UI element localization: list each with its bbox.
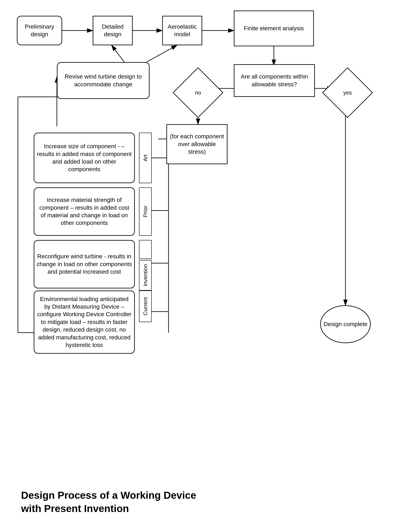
aeroelastic-model-box: Aeroelastic model <box>162 16 202 45</box>
title-line1: Design Process of a Working Device <box>21 489 196 502</box>
title-section: Design Process of a Working Device with … <box>21 489 196 515</box>
current-label: Current <box>139 291 152 322</box>
for-each-component-box: (for each component over allowable stres… <box>167 124 227 164</box>
art-label: Art <box>139 133 152 183</box>
increase-material-box: Increase material strength of component … <box>34 187 135 236</box>
increase-size-box: Increase size of component - – results i… <box>34 133 135 183</box>
title-line2: with Present Invention <box>21 502 196 515</box>
invention-label: Invention <box>139 260 152 291</box>
environmental-box: Environmental loading anticipated by Dis… <box>34 291 135 354</box>
preliminary-design-box: Preliminary design <box>17 16 62 45</box>
design-complete-oval: Design complete <box>320 305 371 343</box>
diagram-container: Preliminary design Detailed design Aeroe… <box>0 0 404 442</box>
svg-line-20 <box>112 45 124 62</box>
prior-label: Prior <box>139 187 152 236</box>
yes-diamond: yes <box>327 72 369 114</box>
finite-element-box: Finite element analysis <box>234 11 314 46</box>
allowable-stress-box: Are all components within allowable stre… <box>234 64 315 97</box>
reconfigure-connector <box>139 240 152 259</box>
svg-line-21 <box>146 45 177 62</box>
no-diamond: no <box>177 72 219 114</box>
revise-design-box: Revise wind turbine design to accommodat… <box>57 62 150 99</box>
reconfigure-box: Reconfigure wind turbine - results in ch… <box>34 240 135 288</box>
detailed-design-box: Detailed design <box>93 16 133 45</box>
